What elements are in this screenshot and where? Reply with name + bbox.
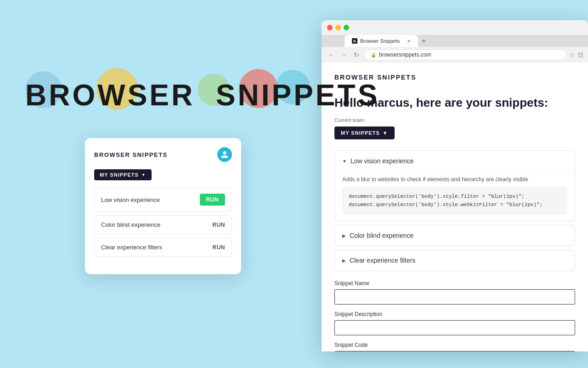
snippet-name-low-vision: Low vision experience bbox=[101, 196, 160, 203]
team-button-label: MY SNIPPETS bbox=[100, 172, 139, 178]
page-team-button-label: MY SNIPPETS bbox=[341, 130, 380, 136]
snippet-name-input[interactable] bbox=[334, 289, 575, 305]
accordion-desc-low-vision: Adds a blur to websites to check if elem… bbox=[342, 172, 567, 183]
browser-chrome: B Browser Snippets ✕ + ← → ↻ 🔒 browsersn… bbox=[322, 20, 588, 63]
snippet-code-input[interactable] bbox=[334, 351, 575, 351]
accordion-header-color-blind[interactable]: ▶ Color blind experience bbox=[335, 225, 575, 246]
accordion-body-low-vision: Adds a blur to websites to check if elem… bbox=[335, 171, 575, 221]
url-text: browsersnippets.com bbox=[379, 52, 431, 58]
big-logo-browser: BROWSER bbox=[25, 79, 195, 112]
accordion-color-blind: ▶ Color blind experience bbox=[334, 225, 575, 246]
snippet-name-color-blind: Color blind experience bbox=[101, 221, 160, 228]
new-tab-button[interactable]: + bbox=[418, 35, 430, 47]
traffic-light-yellow[interactable] bbox=[335, 25, 341, 30]
tab-favicon-icon: B bbox=[352, 38, 357, 44]
bookmark-icon[interactable]: ☆ bbox=[569, 51, 575, 58]
snippet-row-color-blind: Color blind experience RUN bbox=[94, 215, 232, 234]
browser-window: B Browser Snippets ✕ + ← → ↻ 🔒 browsersn… bbox=[322, 20, 588, 351]
browser-titlebar bbox=[322, 20, 588, 35]
snippet-desc-label: Snippet Description bbox=[334, 311, 575, 317]
snippet-row-clear-filters: Clear experience filters RUN bbox=[94, 238, 232, 257]
browser-tab-active[interactable]: B Browser Snippets ✕ bbox=[345, 35, 418, 47]
snippet-row-low-vision: Low vision experience RUN bbox=[94, 188, 232, 212]
accordion-title-clear-filters: Clear experience filters bbox=[350, 257, 415, 264]
add-snippet-form: Snippet Name Snippet Description Snippet… bbox=[334, 280, 575, 351]
accordion-low-vision: ▼ Low vision experience Adds a blur to w… bbox=[334, 150, 575, 221]
tab-title: Browser Snippets bbox=[360, 38, 400, 44]
page-team-dropdown-button[interactable]: MY SNIPPETS ▼ bbox=[334, 126, 395, 139]
snippet-desc-input[interactable] bbox=[334, 320, 575, 335]
traffic-light-red[interactable] bbox=[327, 25, 333, 30]
accordion-arrow-clear-filters: ▶ bbox=[342, 258, 346, 263]
accordion-arrow-color-blind: ▶ bbox=[342, 233, 346, 238]
extension-card: BROWSER SNIPPETS MY SNIPPETS ▼ Low visio… bbox=[85, 138, 241, 274]
run-button-clear-filters[interactable]: RUN bbox=[213, 244, 226, 251]
address-bar-row: ← → ↻ 🔒 browsersnippets.com ☆ ⊡ bbox=[322, 47, 588, 63]
card-logo: BROWSER SNIPPETS bbox=[94, 151, 168, 158]
accordion-title-low-vision: Low vision experience bbox=[351, 157, 414, 165]
run-button-color-blind[interactable]: RUN bbox=[213, 222, 226, 228]
avatar bbox=[217, 147, 232, 162]
run-button-low-vision[interactable]: RUN bbox=[200, 194, 226, 206]
address-bar[interactable]: 🔒 browsersnippets.com bbox=[364, 49, 566, 60]
code-block-low-vision: document.querySelector('body').style.fil… bbox=[342, 187, 567, 214]
page-team-arrow-icon: ▼ bbox=[383, 130, 388, 136]
current-team-label: Current team: bbox=[334, 117, 575, 123]
tab-close-icon[interactable]: ✕ bbox=[407, 39, 411, 44]
reload-button[interactable]: ↻ bbox=[352, 50, 361, 59]
big-logo-text: BROWSER SNIPPETS bbox=[25, 80, 379, 110]
big-logo-snippets: SNIPPETS bbox=[216, 79, 380, 112]
accordion-title-color-blind: Color blind experience bbox=[350, 232, 413, 239]
dropdown-arrow-icon: ▼ bbox=[141, 172, 146, 177]
accordion-header-low-vision[interactable]: ▼ Low vision experience bbox=[335, 151, 575, 171]
back-button[interactable]: ← bbox=[326, 50, 336, 59]
accordion-arrow-low-vision: ▼ bbox=[342, 159, 347, 164]
big-logo: BROWSER SNIPPETS bbox=[25, 80, 379, 110]
forward-button[interactable]: → bbox=[339, 50, 349, 59]
card-logo-text: BROWSER SNIPPETS bbox=[94, 151, 168, 158]
card-header: BROWSER SNIPPETS bbox=[94, 147, 232, 162]
lock-icon: 🔒 bbox=[371, 52, 376, 58]
traffic-light-green[interactable] bbox=[344, 25, 349, 30]
tab-bar: B Browser Snippets ✕ + bbox=[322, 35, 588, 47]
extensions-icon[interactable]: ⊡ bbox=[578, 51, 583, 58]
snippet-name-clear-filters: Clear experience filters bbox=[101, 244, 162, 251]
snippet-code-label: Snippet Code bbox=[334, 342, 575, 348]
team-dropdown-button[interactable]: MY SNIPPETS ▼ bbox=[94, 169, 152, 180]
snippet-name-label: Snippet Name bbox=[334, 280, 575, 287]
accordion-header-clear-filters[interactable]: ▶ Clear experience filters bbox=[335, 250, 575, 270]
accordion-clear-filters: ▶ Clear experience filters bbox=[334, 250, 575, 271]
